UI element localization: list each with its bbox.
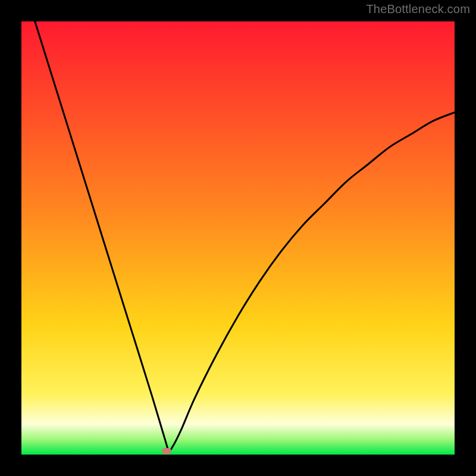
- plot-area: [21, 21, 455, 455]
- optimum-marker: [162, 448, 171, 454]
- chart-container: TheBottleneck.com: [0, 0, 476, 476]
- gradient-background: [21, 21, 455, 455]
- chart-svg: [21, 21, 455, 455]
- watermark-text: TheBottleneck.com: [366, 2, 470, 16]
